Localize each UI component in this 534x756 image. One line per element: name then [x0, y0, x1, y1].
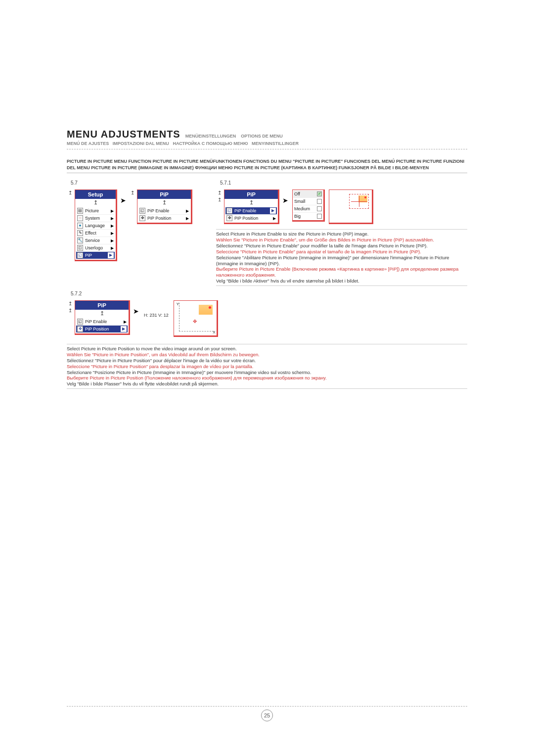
page-title-fr: OPTIONS DE MENU: [241, 134, 283, 139]
desc-it: Selezionare "Abilitare Picture in Pictur…: [216, 255, 467, 267]
desc-no: Velg "Bilde i bilde Aktiver" hvis du vil…: [216, 278, 467, 284]
arrow-right-icon: ➤: [282, 192, 288, 208]
pip-icon: ◱: [77, 252, 83, 258]
page-title-es: MENÚ DE AJUSTES: [67, 141, 109, 146]
setup-item-picture[interactable]: ▤Picture▶: [76, 207, 115, 215]
setup-menu[interactable]: Setup ↥ ▤Picture▶ ∙∙System▶ ●Language▶ ✎…: [75, 189, 117, 261]
service-icon: 🔧: [77, 237, 83, 243]
chevron-right-icon: ▶: [124, 320, 127, 324]
divider: [67, 173, 467, 173]
picture-icon: ▤: [77, 208, 83, 214]
page-title: MENU ADJUSTMENTS: [67, 129, 180, 140]
resize-v-icon: [359, 196, 359, 207]
pip-menu[interactable]: PiP ↥ ◱PiP Enable▶ ✥PiP Position▶: [137, 189, 192, 224]
chevron-right-icon: ▶: [111, 246, 114, 250]
pip-menu-crumb: ↥: [75, 310, 129, 317]
pip-enable-icon: ◱: [77, 319, 83, 325]
setup-menu-crumb: ↥: [75, 199, 116, 206]
axis-horizontal: [179, 331, 214, 331]
pip-icon-strip-3: ↥ ↥: [67, 300, 74, 314]
setup-item-system[interactable]: ∙∙System▶: [76, 215, 115, 222]
desc-es: Seleccione "Picture in Picture Enable" p…: [216, 249, 467, 255]
desc-en: Select Picture in Picture Position to mo…: [67, 346, 467, 352]
section-number-571: 5.7.1: [220, 180, 467, 186]
pip-icon-strip: ↥: [129, 189, 136, 196]
option-big[interactable]: Big: [293, 213, 323, 220]
page-title-de: MENÜEINSTELLUNGEN: [185, 134, 236, 139]
arrow-right-icon: ➤: [120, 192, 126, 208]
chevron-right-icon: ▶: [111, 216, 114, 221]
page-title-it: IMPOSTAZIONI DAL MENU: [113, 141, 169, 146]
pip-menu-title: PiP: [137, 190, 191, 199]
target-crosshair-icon: ✥: [193, 319, 197, 324]
pip-item-enable[interactable]: ◱PiP Enable▶: [76, 318, 128, 326]
page-number: 25: [261, 709, 273, 721]
option-off[interactable]: Off✓: [293, 190, 323, 198]
language-icon: ●: [77, 223, 83, 229]
chevron-right-icon: ▶: [111, 224, 114, 228]
desc-de: Wählen Sie "Picture in Picture Position"…: [67, 352, 467, 358]
pip-item-enable[interactable]: ◱PiP Enable▶: [138, 207, 190, 215]
pip-item-position[interactable]: ✥PiP Position▶: [76, 326, 128, 332]
setup-item-effect[interactable]: ✎Effect▶: [76, 230, 115, 237]
desc-fr: Sélectionnez "Picture in Picture Positio…: [67, 358, 467, 364]
desc-de: Wählen Sie "Picture in Picture Enable", …: [216, 237, 467, 243]
desc-no: Velg "Bilde i bilde Plasser" hvis du vil…: [67, 381, 467, 387]
crumb-up-icon: ↥: [216, 196, 223, 203]
crumb-up-icon: ↥: [67, 307, 74, 314]
checkbox-icon: [317, 199, 322, 204]
checkbox-icon: [317, 214, 322, 219]
setup-icon-strip: ↥: [67, 189, 74, 196]
setup-item-userlogo[interactable]: ◫Userlogo▶: [76, 244, 115, 252]
crumb-up-icon: ↥: [129, 189, 136, 196]
desc-fr: Sélectionnez "Picture in Picture Enable"…: [216, 243, 467, 249]
section-5-7: 5.7 ↥ Setup ↥ ▤Picture▶ ∙∙System▶ ●Langu…: [67, 178, 215, 261]
userlogo-icon: ◫: [77, 245, 83, 251]
pip-menu-position[interactable]: PiP ↥ ◱PiP Enable▶ ✥PiP Position▶: [75, 300, 130, 335]
pip-menu-crumb: ↥: [224, 199, 278, 206]
setup-item-service[interactable]: 🔧Service▶: [76, 237, 115, 244]
pip-menu-enable[interactable]: PiP ↥ ◱PiP Enable▶ ✥PiP Position▶: [224, 189, 279, 224]
section-5-7-1: 5.7.1 ↥ ↥ PiP ↥ ◱PiP Enable▶ ✥PiP Positi…: [216, 178, 467, 286]
option-medium[interactable]: Medium: [293, 205, 323, 213]
chevron-right-icon: ▶: [186, 209, 189, 213]
pip-menu-title: PiP: [75, 301, 129, 310]
pip-position-icon: ✥: [77, 326, 83, 332]
position-readout: H: 231 V: 12: [144, 300, 169, 330]
pip-enable-options[interactable]: Off✓ Small Medium Big: [292, 189, 325, 222]
setup-item-language[interactable]: ●Language▶: [76, 222, 115, 230]
chevron-right-icon: ▶: [121, 326, 127, 332]
crumb-up-icon: ↥: [67, 300, 74, 307]
desc-en: Select Picture in Picture Enable to size…: [216, 231, 467, 237]
crumb-up-icon: ↥: [216, 189, 223, 196]
arrow-right-icon: ➤: [133, 303, 139, 319]
chevron-right-icon: ▶: [273, 216, 276, 221]
setup-item-pip[interactable]: ◱PiP▶: [76, 252, 115, 259]
pip-item-enable[interactable]: ◱PiP Enable▶: [225, 207, 277, 215]
pip-menu-crumb: ↥: [137, 199, 191, 206]
chevron-right-icon: ▶: [186, 216, 189, 221]
position-description: Select Picture in Picture Position to mo…: [67, 344, 467, 389]
footer-separator: [67, 706, 467, 707]
pip-position-icon: ✥: [139, 215, 145, 221]
desc-it: Selezionare "Posizione Picture in Pictur…: [67, 370, 467, 376]
section-5-7-2: 5.7.2 ↥ ↥ PiP ↥ ◱PiP Enable▶ ✥PiP Positi…: [67, 291, 467, 389]
page-title-block: MENU ADJUSTMENTS MENÜEINSTELLUNGEN OPTIO…: [67, 129, 467, 149]
chevron-right-icon: ▶: [111, 238, 114, 243]
option-small[interactable]: Small: [293, 198, 323, 205]
axis-y-label: Y: [177, 302, 179, 306]
pip-position-preview: Y X ✥: [174, 300, 218, 337]
chevron-right-icon: ▶: [111, 209, 114, 213]
pip-item-position[interactable]: ✥PiP Position▶: [225, 215, 277, 222]
chevron-right-icon: ▶: [111, 231, 114, 236]
chevron-right-icon: ▶: [270, 208, 276, 214]
axis-vertical: [179, 303, 179, 331]
page-title-ru: НАСТРОЙКА С ПОМОЩЬЮ МЕНЮ: [173, 141, 248, 146]
pip-menu-title: PiP: [224, 190, 278, 199]
pip-icon-strip-2: ↥ ↥: [216, 189, 223, 203]
system-icon: ∙∙: [77, 215, 83, 221]
preview-image-icon: [199, 305, 213, 315]
setup-menu-title: Setup: [75, 190, 116, 199]
desc-es: Seleccione "Picture in Picture Position"…: [67, 364, 467, 370]
pip-item-position[interactable]: ✥PiP Position▶: [138, 215, 190, 222]
